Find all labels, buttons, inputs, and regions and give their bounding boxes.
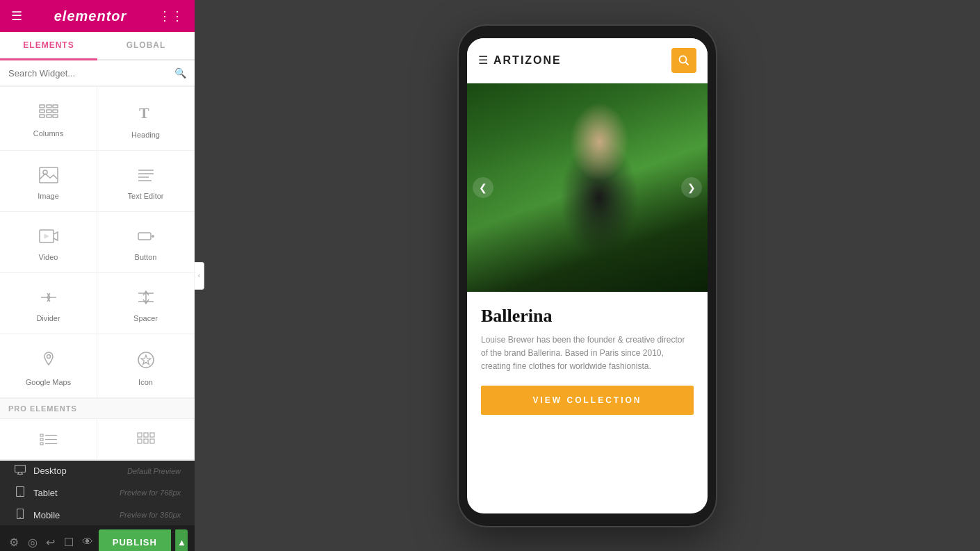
mobile-label: Mobile	[33, 510, 113, 520]
tablet-icon	[14, 486, 26, 499]
tablet-preview: Preview for 768px	[120, 488, 181, 497]
widget-video-label: Video	[39, 253, 58, 261]
widget-text-editor-label: Text Editor	[128, 192, 164, 200]
svg-rect-3	[40, 110, 44, 113]
widget-google-maps[interactable]: Google Maps	[0, 334, 97, 398]
sidebar-header: ☰ elementor ⋮⋮	[0, 0, 195, 32]
svg-rect-40	[138, 439, 142, 443]
grid-icon[interactable]: ⋮⋮	[158, 8, 183, 24]
button-icon	[136, 228, 156, 247]
phone-nav-search-btn[interactable]	[671, 48, 696, 73]
device-option-mobile[interactable]: Mobile Preview for 360px	[8, 504, 186, 525]
phone-mockup: ☰ ARTIZONE ❮ ❯	[459, 26, 716, 526]
svg-rect-39	[150, 433, 154, 437]
slider-next-button[interactable]: ❯	[681, 177, 702, 198]
widget-icon[interactable]: Icon	[97, 334, 195, 398]
widget-search-bar: 🔍	[0, 60, 195, 86]
svg-point-51	[680, 56, 687, 63]
phone-screen: ☰ ARTIZONE ❮ ❯	[467, 38, 708, 513]
search-input[interactable]	[8, 68, 170, 79]
svg-rect-8	[53, 115, 58, 117]
sidebar-bottom: Desktop Default Preview Tablet Preview f…	[0, 461, 195, 551]
desktop-icon	[14, 465, 26, 477]
svg-rect-0	[40, 105, 44, 108]
svg-rect-43	[15, 466, 26, 472]
mobile-preview: Preview for 360px	[120, 511, 181, 519]
svg-point-48	[19, 495, 21, 496]
device-option-desktop[interactable]: Desktop Default Preview	[8, 461, 186, 481]
pro-widget-2[interactable]	[97, 419, 195, 460]
svg-rect-42	[150, 439, 154, 443]
card-description: Louise Brewer has been the founder & cre…	[481, 334, 694, 374]
widget-spacer-label: Spacer	[133, 314, 158, 322]
pro-list-icon	[39, 431, 58, 451]
widget-google-maps-label: Google Maps	[26, 378, 71, 386]
divider-icon	[39, 289, 58, 309]
icon-icon	[136, 350, 156, 372]
widget-image[interactable]: Image	[0, 151, 97, 212]
phone-nav: ☰ ARTIZONE	[467, 38, 708, 83]
card-title: Ballerina	[481, 306, 694, 327]
widget-divider[interactable]: Divider	[0, 273, 97, 334]
device-options: Desktop Default Preview Tablet Preview f…	[0, 461, 195, 525]
widget-heading-label: Heading	[131, 131, 160, 139]
widget-video[interactable]: Video	[0, 212, 97, 273]
widget-button-label: Button	[135, 253, 157, 261]
sidebar-collapse-handle[interactable]: ‹	[195, 262, 204, 290]
preview-button[interactable]: 👁	[80, 531, 94, 551]
widget-text-editor[interactable]: Text Editor	[97, 151, 195, 212]
tab-global[interactable]: GLOBAL	[97, 32, 195, 59]
svg-line-52	[686, 62, 689, 65]
svg-point-50	[19, 517, 21, 518]
widget-image-label: Image	[38, 192, 59, 200]
sidebar: ☰ elementor ⋮⋮ ELEMENTS GLOBAL 🔍	[0, 0, 195, 551]
device-option-tablet[interactable]: Tablet Preview for 768px	[8, 482, 186, 503]
search-icon: 🔍	[174, 67, 186, 79]
svg-rect-41	[144, 439, 148, 443]
layers-button[interactable]: ◎	[25, 531, 39, 551]
svg-rect-33	[40, 438, 43, 441]
tab-elements[interactable]: ELEMENTS	[0, 32, 97, 60]
svg-rect-10	[40, 167, 58, 183]
publish-button[interactable]: PUBLISH	[99, 529, 171, 551]
svg-rect-4	[47, 110, 51, 113]
svg-rect-2	[53, 105, 58, 108]
widget-button[interactable]: Button	[97, 212, 195, 273]
video-icon	[39, 228, 58, 247]
widget-icon-label: Icon	[138, 378, 153, 386]
widget-grid: Columns T Heading Image	[0, 86, 195, 398]
widget-spacer[interactable]: Spacer	[97, 273, 195, 334]
phone-slider: ❮ ❯	[467, 83, 708, 292]
widget-columns-label: Columns	[33, 129, 63, 138]
publish-dropdown-button[interactable]: ▲	[175, 529, 188, 551]
pro-widget-1[interactable]	[0, 419, 97, 460]
svg-text:T: T	[139, 104, 149, 122]
settings-button[interactable]: ⚙	[7, 531, 21, 551]
mobile-icon	[14, 509, 26, 521]
svg-marker-17	[44, 234, 49, 238]
heading-icon: T	[136, 103, 156, 125]
svg-rect-31	[40, 434, 43, 436]
svg-rect-35	[40, 443, 43, 445]
widget-columns[interactable]: Columns	[0, 87, 97, 151]
image-icon	[39, 167, 58, 186]
svg-rect-38	[144, 433, 148, 437]
slider-prev-button[interactable]: ❮	[473, 177, 493, 198]
svg-rect-7	[47, 115, 51, 117]
bottom-action-bar: ⚙ ◎ ↩ ☐ 👁 PUBLISH ▲	[0, 525, 195, 551]
hamburger-icon[interactable]: ☰	[11, 8, 22, 24]
svg-rect-6	[40, 115, 44, 117]
responsive-button[interactable]: ☐	[62, 531, 76, 551]
desktop-label: Desktop	[33, 466, 120, 476]
widget-heading[interactable]: T Heading	[97, 87, 195, 151]
history-button[interactable]: ↩	[44, 531, 58, 551]
phone-content-card: Ballerina Louise Brewer has been the fou…	[467, 292, 708, 432]
svg-point-29	[47, 354, 50, 358]
widget-divider-label: Divider	[36, 314, 60, 322]
google-maps-icon	[39, 350, 58, 372]
widget-tabs: ELEMENTS GLOBAL	[0, 32, 195, 60]
text-editor-icon	[136, 167, 156, 186]
phone-nav-menu-icon: ☰	[478, 54, 488, 67]
canvas: ☰ ARTIZONE ❮ ❯	[195, 0, 980, 551]
card-cta-button[interactable]: VIEW COLLECTION	[481, 386, 694, 415]
